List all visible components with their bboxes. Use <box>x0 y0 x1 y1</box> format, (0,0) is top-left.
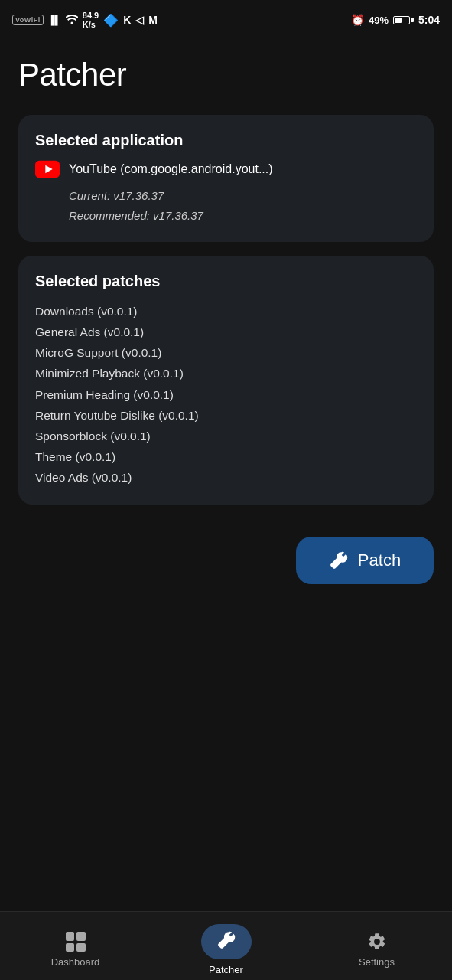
carrier-k-icon: K <box>123 14 131 26</box>
patch-list-item: MicroG Support (v0.0.1) <box>35 342 417 363</box>
bottom-navigation: Dashboard Patcher Settings <box>0 911 452 980</box>
patch-list-item: Theme (v0.0.1) <box>35 446 417 467</box>
patches-list: Downloads (v0.0.1)General Ads (v0.0.1)Mi… <box>35 301 417 488</box>
volte-badge: VoWiFi <box>12 15 44 25</box>
main-content: Patcher Selected application YouTube (co… <box>0 34 452 505</box>
patch-list-item: Video Ads (v0.0.1) <box>35 467 417 488</box>
patch-list-item: Downloads (v0.0.1) <box>35 301 417 322</box>
alarm-icon: ⏰ <box>351 14 364 26</box>
app-icon-pink: 🔷 <box>103 13 119 28</box>
time-display: 5:04 <box>418 14 440 26</box>
status-bar-right: ⏰ 49% 5:04 <box>351 14 440 26</box>
current-version: Current: v17.36.37 <box>69 186 417 206</box>
selected-application-card: Selected application YouTube (com.google… <box>18 115 434 242</box>
selected-patches-title: Selected patches <box>35 273 417 290</box>
wifi-icon <box>66 14 78 26</box>
patch-list-item: Return Youtube Dislike (v0.0.1) <box>35 405 417 426</box>
nav-label-settings: Settings <box>359 956 395 968</box>
nav-item-dashboard[interactable]: Dashboard <box>0 924 151 968</box>
settings-gear-icon <box>367 932 387 952</box>
nav-label-patcher: Patcher <box>209 964 243 975</box>
battery-percent: 49% <box>369 15 389 26</box>
network-speed: 84.9K/s <box>83 11 99 29</box>
nav-item-patcher[interactable]: Patcher <box>151 916 301 975</box>
status-bar: VoWiFi ▐▌ 84.9K/s 🔷 K ◁ M ⏰ 49% 5:04 <box>0 0 452 34</box>
patch-button-label: Patch <box>358 550 401 570</box>
nav-pill-patcher <box>201 924 252 959</box>
patch-list-item: General Ads (v0.0.1) <box>35 322 417 342</box>
selected-application-title: Selected application <box>35 132 417 149</box>
signal-icon: ▐▌ <box>48 15 61 25</box>
patch-list-item: Minimized Playback (v0.0.1) <box>35 363 417 384</box>
youtube-icon <box>35 160 60 178</box>
nav-item-settings[interactable]: Settings <box>301 924 452 968</box>
patch-button-container: Patch <box>0 518 452 596</box>
version-info: Current: v17.36.37 Recommended: v17.36.3… <box>35 186 417 225</box>
selected-patches-card: Selected patches Downloads (v0.0.1)Gener… <box>18 256 434 505</box>
patch-button[interactable]: Patch <box>296 537 434 584</box>
page-title: Patcher <box>18 57 434 93</box>
app-name: YouTube (com.google.android.yout...) <box>69 162 273 176</box>
patch-list-item: Premium Heading (v0.0.1) <box>35 384 417 405</box>
patch-list-item: Sponsorblock (v0.0.1) <box>35 426 417 446</box>
nav-label-dashboard: Dashboard <box>51 956 100 968</box>
email-icon: M <box>148 14 158 26</box>
patcher-nav-icon <box>216 930 236 950</box>
status-bar-left: VoWiFi ▐▌ 84.9K/s 🔷 K ◁ M <box>12 11 158 29</box>
dashboard-grid-icon <box>66 932 86 952</box>
wrench-button-icon <box>329 550 349 570</box>
app-row: YouTube (com.google.android.yout...) <box>35 160 417 178</box>
recommended-version: Recommended: v17.36.37 <box>69 206 417 226</box>
battery-icon <box>393 16 414 24</box>
location-icon: ◁ <box>135 14 144 26</box>
